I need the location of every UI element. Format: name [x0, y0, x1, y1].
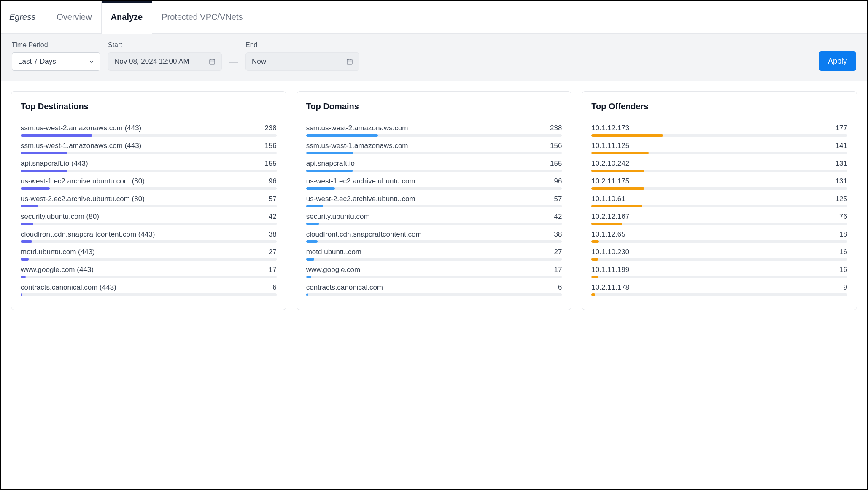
bar-row[interactable]: 10.1.12.173177 [591, 124, 847, 137]
bar-track [21, 170, 277, 172]
bar-label: ssm.us-west-1.amazonaws.com [306, 142, 408, 150]
bar-track [591, 223, 847, 225]
bar-value: 96 [269, 177, 277, 186]
bar-row[interactable]: ssm.us-west-2.amazonaws.com238 [306, 124, 562, 137]
bar-label: 10.2.11.178 [591, 283, 629, 292]
bar-value: 141 [836, 142, 847, 150]
tab-protected-vpc-vnets[interactable]: Protected VPC/VNets [152, 1, 252, 33]
bar-value: 17 [269, 266, 277, 274]
bar-fill [306, 223, 319, 225]
bar-row[interactable]: 10.2.11.1789 [591, 283, 847, 296]
bar-track [21, 223, 277, 225]
bar-row[interactable]: security.ubuntu.com (80)42 [21, 213, 277, 225]
time-period-select[interactable]: Last 7 Days [12, 52, 100, 71]
bar-row[interactable]: ssm.us-west-1.amazonaws.com156 [306, 142, 562, 154]
bar-fill [591, 258, 598, 261]
bar-track [591, 240, 847, 243]
bar-row[interactable]: 10.2.10.242131 [591, 159, 847, 172]
bar-label: us-west-2.ec2.archive.ubuntu.com [306, 195, 415, 203]
time-period-group: Time Period Last 7 Days [12, 41, 100, 71]
bar-row[interactable]: security.ubuntu.com42 [306, 213, 562, 225]
bar-fill [306, 276, 311, 278]
apply-button[interactable]: Apply [819, 51, 856, 71]
bar-row[interactable]: www.google.com (443)17 [21, 266, 277, 278]
bar-label: motd.ubuntu.com [306, 248, 361, 256]
bar-value: 42 [554, 213, 562, 221]
bar-row[interactable]: cloudfront.cdn.snapcraftcontent.com38 [306, 230, 562, 243]
bar-fill [21, 134, 92, 137]
bar-value: 156 [550, 142, 562, 150]
cards-area: Top Destinations ssm.us-west-2.amazonaws… [1, 81, 867, 320]
bar-track [591, 205, 847, 207]
bar-row[interactable]: api.snapcraft.io (443)155 [21, 159, 277, 172]
end-date-input[interactable]: Now [245, 52, 359, 71]
bar-track [591, 152, 847, 154]
bar-value: 155 [264, 159, 276, 168]
filter-bar: Time Period Last 7 Days Start Nov 08, 20… [1, 34, 867, 81]
bar-row[interactable]: cloudfront.cdn.snapcraftcontent.com (443… [21, 230, 277, 243]
bar-track [306, 276, 562, 278]
bar-label: www.google.com (443) [21, 266, 94, 274]
bar-row[interactable]: us-west-2.ec2.archive.ubuntu.com (80)57 [21, 195, 277, 207]
bar-track [306, 152, 562, 154]
time-period-label: Time Period [12, 41, 100, 49]
start-group: Start Nov 08, 2024 12:00 AM [108, 41, 222, 71]
bar-row[interactable]: motd.ubuntu.com27 [306, 248, 562, 261]
bar-row[interactable]: 10.2.12.16776 [591, 213, 847, 225]
bar-value: 18 [839, 230, 847, 239]
bar-track [306, 187, 562, 190]
bar-label: 10.1.10.61 [591, 195, 625, 203]
bar-track [306, 223, 562, 225]
start-date-input[interactable]: Nov 08, 2024 12:00 AM [108, 52, 222, 71]
bar-fill [591, 205, 642, 207]
bar-track [306, 134, 562, 137]
bar-row[interactable]: ssm.us-west-2.amazonaws.com (443)238 [21, 124, 277, 137]
card-top-destinations: Top Destinations ssm.us-west-2.amazonaws… [11, 91, 286, 310]
bar-label: contracts.canonical.com (443) [21, 283, 116, 292]
end-group: End Now [245, 41, 359, 71]
calendar-icon [346, 58, 353, 65]
bar-row[interactable]: motd.ubuntu.com (443)27 [21, 248, 277, 261]
bar-fill [306, 152, 353, 154]
bar-value: 27 [269, 248, 277, 256]
bar-label: 10.1.11.125 [591, 142, 629, 150]
tab-label: Analyze [111, 12, 143, 22]
bar-row[interactable]: 10.1.10.23016 [591, 248, 847, 261]
bar-track [21, 152, 277, 154]
end-value: Now [252, 57, 266, 66]
bar-row[interactable]: www.google.com17 [306, 266, 562, 278]
bar-value: 6 [558, 283, 562, 292]
bar-row[interactable]: contracts.canonical.com6 [306, 283, 562, 296]
bar-row[interactable]: 10.1.10.61125 [591, 195, 847, 207]
bar-label: cloudfront.cdn.snapcraftcontent.com (443… [21, 230, 155, 239]
bar-track [591, 258, 847, 261]
bar-fill [591, 152, 648, 154]
bar-fill [306, 205, 323, 207]
bar-label: ssm.us-west-2.amazonaws.com (443) [21, 124, 141, 132]
bar-row[interactable]: us-west-1.ec2.archive.ubuntu.com96 [306, 177, 562, 190]
bar-value: 57 [269, 195, 277, 203]
bar-row[interactable]: us-west-2.ec2.archive.ubuntu.com57 [306, 195, 562, 207]
bar-row[interactable]: api.snapcraft.io155 [306, 159, 562, 172]
bar-value: 17 [554, 266, 562, 274]
tab-analyze[interactable]: Analyze [101, 1, 153, 33]
bar-value: 76 [839, 213, 847, 221]
bar-track [306, 293, 562, 296]
bar-row[interactable]: us-west-1.ec2.archive.ubuntu.com (80)96 [21, 177, 277, 190]
bar-row[interactable]: 10.1.12.6518 [591, 230, 847, 243]
bar-row[interactable]: 10.2.11.175131 [591, 177, 847, 190]
bar-row[interactable]: 10.1.11.19916 [591, 266, 847, 278]
bar-row[interactable]: ssm.us-west-1.amazonaws.com (443)156 [21, 142, 277, 154]
bar-label: 10.1.12.173 [591, 124, 629, 132]
bar-fill [21, 170, 67, 172]
bar-label: ssm.us-west-2.amazonaws.com [306, 124, 408, 132]
tab-label: Protected VPC/VNets [162, 12, 243, 22]
tab-overview[interactable]: Overview [47, 1, 101, 33]
bar-label: us-west-1.ec2.archive.ubuntu.com (80) [21, 177, 145, 186]
bar-row[interactable]: contracts.canonical.com (443)6 [21, 283, 277, 296]
bar-row[interactable]: 10.1.11.125141 [591, 142, 847, 154]
bar-fill [591, 276, 598, 278]
bar-track [21, 276, 277, 278]
bar-track [306, 258, 562, 261]
bar-value: 38 [554, 230, 562, 239]
